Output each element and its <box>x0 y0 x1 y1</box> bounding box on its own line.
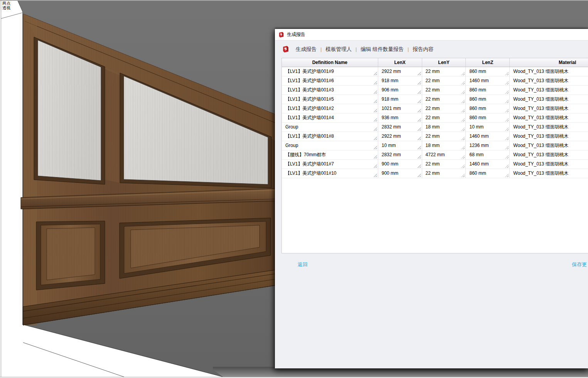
table-body: 【LV1】美式护墙001#9 2922 mm 22 mm 860 mm Wood… <box>282 67 588 178</box>
cell-material[interactable]: Wood_TY_013 缎面胡桃木 <box>510 141 588 150</box>
cell-lenz[interactable]: 1460 mm <box>466 160 510 169</box>
table-row: 【LV1】美式护墙001#10 900 mm 22 mm 860 mm Wood… <box>282 169 588 178</box>
cell-leny[interactable]: 22 mm <box>422 132 466 141</box>
cell-material[interactable]: Wood_TY_013 缎面胡桃木 <box>510 150 588 160</box>
menu-item-generate-report[interactable]: 生成报告 <box>296 46 317 53</box>
cell-leny[interactable]: 22 mm <box>422 95 466 104</box>
report-dialog: 生成报告 生成报告 | 模板管理人 | 编辑 组件数量报告 | 报告内容 Def… <box>275 29 588 368</box>
column-header-definition-name: Definition Name <box>282 58 378 67</box>
cell-leny[interactable]: 18 mm <box>422 141 466 150</box>
report-table: Definition Name LenX LenY LenZ Material … <box>281 58 588 253</box>
cell-material[interactable]: Wood_TY_013 缎面胡桃木 <box>510 76 588 86</box>
table-row: 【LV1】美式护墙001#7 900 mm 22 mm 1460 mm Wood… <box>282 160 588 169</box>
cell-material[interactable]: Wood_TY_013 缎面胡桃木 <box>510 132 588 141</box>
sketchup-report-icon <box>278 32 284 38</box>
cell-lenx[interactable]: 2832 mm <box>378 150 422 160</box>
cell-definition-name[interactable]: 【LV1】美式护墙001#7 <box>282 160 378 169</box>
cell-material[interactable]: Wood_TY_013 缎面胡桃木 <box>510 95 588 104</box>
dialog-menubar: 生成报告 | 模板管理人 | 编辑 组件数量报告 | 报告内容 <box>275 41 588 57</box>
cell-material[interactable]: Wood_TY_013 缎面胡桃木 <box>510 123 588 132</box>
cell-lenz[interactable]: 860 mm <box>466 169 510 178</box>
cell-definition-name[interactable]: 【LV1】美式护墙001#6 <box>282 76 378 86</box>
dialog-titlebar[interactable]: 生成报告 <box>275 29 588 40</box>
cell-leny[interactable]: 22 mm <box>422 76 466 86</box>
table-row: 【LV1】美式护墙001#6 918 mm 22 mm 1460 mm Wood… <box>282 76 588 86</box>
cell-lenx[interactable]: 2832 mm <box>378 123 422 132</box>
column-header-leny: LenY <box>422 58 466 67</box>
save-changes-button[interactable]: 保存更 <box>572 261 587 268</box>
cell-lenz[interactable]: 860 mm <box>466 95 510 104</box>
table-row: 【腰线】70mm都市 2832 mm 4722 mm 68 mm Wood_TY… <box>282 150 588 160</box>
cell-leny[interactable]: 22 mm <box>422 67 466 76</box>
cell-lenz[interactable]: 1460 mm <box>466 76 510 86</box>
cell-material[interactable]: Wood_TY_013 缎面胡桃木 <box>510 113 588 123</box>
cell-lenz[interactable]: 860 mm <box>466 113 510 123</box>
back-button[interactable]: 返回 <box>298 261 308 268</box>
table-row: Group 2832 mm 18 mm 10 mm Wood_TY_013 缎面… <box>282 123 588 132</box>
menu-separator: | <box>408 46 409 52</box>
menu-item-template-manager[interactable]: 模板管理人 <box>325 46 352 53</box>
cell-lenx[interactable]: 2922 mm <box>378 132 422 141</box>
cell-material[interactable]: Wood_TY_013 缎面胡桃木 <box>510 104 588 113</box>
cell-lenz[interactable]: 68 mm <box>466 150 510 160</box>
cell-lenx[interactable]: 936 mm <box>378 113 422 123</box>
table-row: Group 10 mm 18 mm 1236 mm Wood_TY_013 缎面… <box>282 141 588 150</box>
cell-definition-name[interactable]: 【LV1】美式护墙001#5 <box>282 95 378 104</box>
table-row: 【LV1】美式护墙001#4 936 mm 22 mm 860 mm Wood_… <box>282 113 588 123</box>
table-row: 【LV1】美式护墙001#5 918 mm 22 mm 860 mm Wood_… <box>282 95 588 104</box>
cell-material[interactable]: Wood_TY_013 缎面胡桃木 <box>510 86 588 95</box>
cell-lenz[interactable]: 860 mm <box>466 67 510 76</box>
cell-leny[interactable]: 18 mm <box>422 123 466 132</box>
cell-definition-name[interactable]: 【LV1】美式护墙001#10 <box>282 169 378 178</box>
cell-lenz[interactable]: 1236 mm <box>466 141 510 150</box>
cell-material[interactable]: Wood_TY_013 缎面胡桃木 <box>510 67 588 76</box>
cell-material[interactable]: Wood_TY_013 缎面胡桃木 <box>510 169 588 178</box>
cell-definition-name[interactable]: 【腰线】70mm都市 <box>282 150 378 160</box>
table-header-row: Definition Name LenX LenY LenZ Material <box>282 58 588 67</box>
cell-material[interactable]: Wood_TY_013 缎面胡桃木 <box>510 160 588 169</box>
cell-definition-name[interactable]: Group <box>282 141 378 150</box>
cell-definition-name[interactable]: Group <box>282 123 378 132</box>
cell-lenx[interactable]: 1021 mm <box>378 104 422 113</box>
cell-lenz[interactable]: 860 mm <box>466 104 510 113</box>
menu-item-edit-component-quantity-report[interactable]: 编辑 组件数量报告 <box>361 46 404 53</box>
cell-lenx[interactable]: 900 mm <box>378 169 422 178</box>
menu-separator: | <box>355 46 357 52</box>
cell-lenz[interactable]: 860 mm <box>466 86 510 95</box>
cell-definition-name[interactable]: 【LV1】美式护墙001#4 <box>282 113 378 123</box>
table-row: 【LV1】美式护墙001#3 906 mm 22 mm 860 mm Wood_… <box>282 86 588 95</box>
table-row: 【LV1】美式护墙001#8 2922 mm 22 mm 1460 mm Woo… <box>282 132 588 141</box>
dialog-title: 生成报告 <box>287 31 305 38</box>
cell-lenx[interactable]: 918 mm <box>378 95 422 104</box>
sketchup-report-icon <box>282 46 289 53</box>
cell-leny[interactable]: 22 mm <box>422 104 466 113</box>
table-row: 【LV1】美式护墙001#9 2922 mm 22 mm 860 mm Wood… <box>282 67 588 76</box>
column-header-lenx: LenX <box>378 58 422 67</box>
cell-lenx[interactable]: 900 mm <box>378 160 422 169</box>
app-window: 两点 透视 生成报告 生成报告 | 模板管理人 | 编辑 组件数量报告 | 报 <box>0 0 588 378</box>
window-left-edge <box>1 0 1 377</box>
viewport-perspective-label: 两点 透视 <box>2 1 10 10</box>
cell-lenz[interactable]: 10 mm <box>466 123 510 132</box>
cell-definition-name[interactable]: 【LV1】美式护墙001#8 <box>282 132 378 141</box>
cell-leny[interactable]: 22 mm <box>422 169 466 178</box>
cell-leny[interactable]: 22 mm <box>422 86 466 95</box>
cell-lenz[interactable]: 1460 mm <box>466 132 510 141</box>
cell-lenx[interactable]: 906 mm <box>378 86 422 95</box>
column-header-material: Material <box>510 58 588 67</box>
cell-leny[interactable]: 22 mm <box>422 160 466 169</box>
table-row: 【LV1】美式护墙001#2 1021 mm 22 mm 860 mm Wood… <box>282 104 588 113</box>
cell-leny[interactable]: 22 mm <box>422 113 466 123</box>
menu-item-report-content[interactable]: 报告内容 <box>413 46 433 53</box>
column-header-lenz: LenZ <box>466 58 510 67</box>
cell-lenx[interactable]: 2922 mm <box>378 67 422 76</box>
cell-lenx[interactable]: 918 mm <box>378 76 422 86</box>
menu-separator: | <box>320 46 322 52</box>
cell-lenx[interactable]: 10 mm <box>378 141 422 150</box>
cell-definition-name[interactable]: 【LV1】美式护墙001#2 <box>282 104 378 113</box>
cell-definition-name[interactable]: 【LV1】美式护墙001#3 <box>282 86 378 95</box>
cell-leny[interactable]: 4722 mm <box>422 150 466 160</box>
cell-definition-name[interactable]: 【LV1】美式护墙001#9 <box>282 67 378 76</box>
window-top-edge <box>0 0 588 1</box>
